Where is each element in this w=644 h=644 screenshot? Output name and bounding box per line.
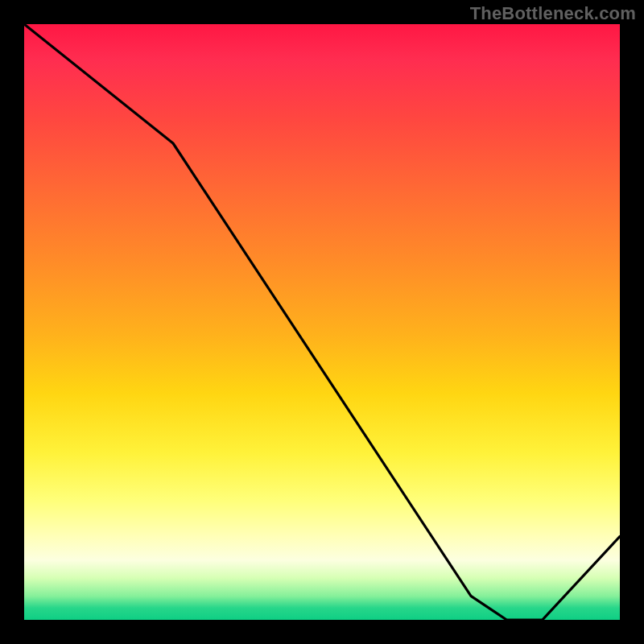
plot-area xyxy=(24,24,620,620)
chart-canvas: TheBottleneck.com xyxy=(0,0,644,644)
gradient-fill xyxy=(24,24,620,620)
attribution-text: TheBottleneck.com xyxy=(470,3,636,24)
